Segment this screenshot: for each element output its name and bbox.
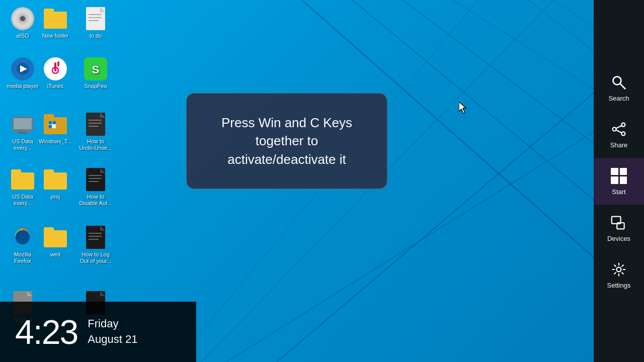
svg-point-59: [613, 127, 616, 131]
icon-label: New folder: [42, 33, 69, 39]
charm-start[interactable]: Start: [594, 158, 644, 205]
how-to-log-icon: [84, 225, 108, 249]
svg-line-72: [622, 273, 623, 274]
svg-line-73: [622, 265, 623, 266]
svg-rect-42: [89, 178, 102, 179]
svg-line-57: [620, 83, 625, 88]
svg-rect-36: [89, 120, 102, 121]
search-icon: [610, 73, 628, 92]
snappea-icon: S: [84, 57, 108, 81]
tooltip-text: Press Win and C Keys together to activat…: [221, 115, 352, 167]
svg-rect-22: [57, 61, 59, 66]
clock-date-text: August 21: [88, 332, 137, 347]
charm-devices-label: Devices: [607, 235, 630, 242]
wed-icon: [43, 225, 67, 249]
svg-rect-33: [49, 125, 52, 128]
svg-rect-50: [89, 239, 99, 240]
itunes-icon: [43, 57, 67, 81]
windows-folder-icon: [43, 112, 67, 136]
gear-icon: [610, 260, 628, 279]
icon-to-do[interactable]: to do: [73, 3, 118, 43]
clock-date: Friday August 21: [88, 316, 137, 347]
icon-label: How toUndo-Unse...: [79, 138, 112, 151]
software-icon: [11, 112, 35, 136]
charm-settings-label: Settings: [607, 282, 631, 289]
svg-line-71: [614, 265, 616, 266]
icon-how-to-undo[interactable]: How toUndo-Unse...: [73, 108, 118, 155]
svg-line-62: [616, 130, 622, 132]
icon-windows-t[interactable]: Windows_T...: [33, 108, 78, 149]
icon-how-to-disable[interactable]: How toDisable Aut...: [73, 163, 118, 211]
firefox-icon: [11, 225, 35, 249]
new-folder-icon: [43, 7, 67, 31]
charm-search[interactable]: Search: [594, 64, 644, 111]
charms-bar: Search Share: [594, 0, 644, 362]
icon-label: wed: [50, 251, 60, 258]
icon-label: US Dataevery...: [12, 138, 33, 151]
icon-new-folder[interactable]: New folder: [33, 3, 78, 43]
svg-rect-32: [52, 121, 56, 124]
svg-rect-21: [54, 62, 56, 70]
share-icon: [610, 120, 628, 138]
svg-rect-49: [89, 236, 102, 237]
svg-rect-31: [49, 121, 52, 124]
svg-rect-27: [18, 132, 27, 134]
svg-rect-13: [89, 17, 102, 18]
charm-start-label: Start: [612, 188, 625, 196]
tooltip-popup: Press Win and C Keys together to activat…: [186, 93, 387, 189]
svg-rect-41: [89, 175, 102, 176]
svg-rect-43: [89, 181, 99, 182]
svg-rect-48: [89, 233, 102, 234]
svg-rect-14: [89, 20, 99, 21]
icon-label: SnapPea: [84, 83, 107, 89]
svg-rect-38: [89, 126, 99, 127]
charm-share-label: Share: [610, 141, 628, 149]
aiso-icon: [11, 7, 35, 31]
svg-point-60: [621, 132, 625, 135]
charm-search-label: Search: [608, 95, 629, 102]
icon-label: How to LogOut of your...: [80, 251, 112, 264]
icon-wed[interactable]: wed: [33, 221, 78, 262]
svg-point-66: [617, 267, 621, 272]
svg-text:S: S: [92, 63, 100, 76]
svg-line-61: [616, 125, 622, 128]
svg-rect-29: [44, 114, 54, 120]
icon-proj[interactable]: proj: [33, 163, 78, 204]
icon-label: US Dataevery...: [12, 194, 33, 207]
taskbar: 4:23 Friday August 21: [0, 302, 196, 362]
devices-icon: [610, 214, 628, 232]
to-do-icon: [84, 7, 108, 31]
desktop: aISO New folder to do: [0, 0, 644, 362]
icon-label: aISO: [16, 33, 29, 39]
proj-icon: [43, 167, 67, 192]
svg-point-45: [16, 230, 30, 244]
how-to-undo-icon: [84, 112, 108, 136]
media-player-icon: [11, 57, 35, 81]
icon-how-to-log[interactable]: How to LogOut of your...: [73, 221, 118, 268]
svg-rect-12: [89, 14, 102, 15]
icon-label: MozillaFirefox: [14, 251, 31, 264]
svg-line-74: [614, 273, 616, 274]
start-icon: [610, 167, 628, 185]
svg-rect-37: [89, 123, 102, 124]
icon-label: to do: [90, 33, 102, 39]
svg-point-58: [621, 123, 625, 126]
us-data-icon: [11, 167, 35, 192]
charm-devices[interactable]: Devices: [594, 205, 644, 251]
icon-label: How toDisable Aut...: [79, 194, 112, 207]
icon-itunes[interactable]: iTunes: [33, 53, 78, 94]
charm-share[interactable]: Share: [594, 111, 644, 158]
icon-label: iTunes: [47, 83, 64, 89]
clock-day: Friday: [88, 316, 137, 332]
svg-rect-26: [14, 118, 32, 129]
icon-snappea[interactable]: S SnapPea: [73, 53, 118, 94]
icon-label: Windows_T...: [39, 138, 71, 145]
charm-settings[interactable]: Settings: [594, 251, 644, 298]
icon-label: proj: [51, 194, 60, 200]
clock-time: 4:23: [15, 312, 77, 351]
how-to-disable-icon: [84, 167, 108, 192]
